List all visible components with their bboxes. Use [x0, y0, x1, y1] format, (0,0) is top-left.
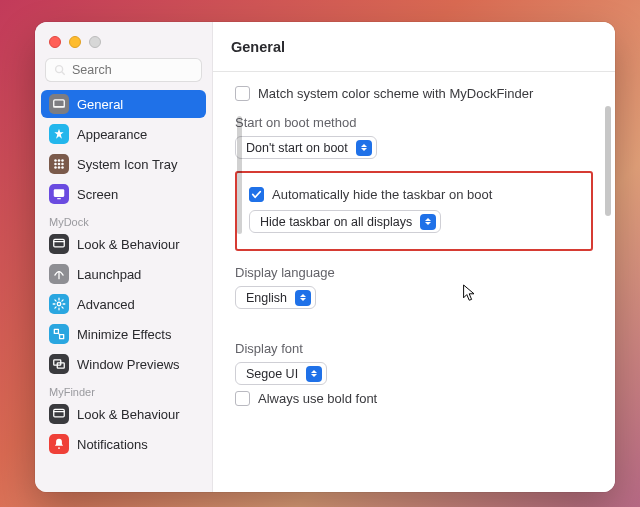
look-icon [49, 234, 69, 254]
main-pane: General Match system color scheme with M… [213, 22, 615, 492]
search-wrap [35, 58, 212, 90]
sidebar-item-label: General [77, 97, 123, 112]
sidebar-section-label: MyDock [41, 210, 206, 230]
tray-icon [49, 154, 69, 174]
svg-rect-2 [54, 100, 65, 107]
sidebar-item-general[interactable]: General [41, 90, 206, 118]
display-language-value: English [246, 291, 287, 305]
svg-point-18 [57, 302, 61, 306]
sidebar-item-label: Look & Behaviour [77, 237, 180, 252]
content-scrollbar[interactable] [605, 106, 611, 216]
display-font-heading: Display font [235, 341, 593, 356]
auto-hide-value: Hide taskbar on all displays [260, 215, 412, 229]
match-color-checkbox[interactable] [235, 86, 250, 101]
sidebar-nav: GeneralAppearanceSystem Icon TrayScreenM… [35, 90, 212, 492]
updown-icon [295, 290, 311, 306]
close-window-button[interactable] [49, 36, 61, 48]
auto-hide-checkbox[interactable] [249, 187, 264, 202]
match-color-label: Match system color scheme with MyDockFin… [258, 86, 533, 101]
display-font-select[interactable]: Segoe UI [235, 362, 327, 385]
svg-point-11 [58, 166, 61, 169]
sidebar-item-launchpad[interactable]: Launchpad [41, 260, 206, 288]
start-on-boot-select[interactable]: Don't start on boot [235, 136, 377, 159]
sidebar-item-label: Screen [77, 187, 118, 202]
sidebar-item-label: Launchpad [77, 267, 141, 282]
sidebar-item-label: Appearance [77, 127, 147, 142]
sidebar-item-look-behaviour[interactable]: Look & Behaviour [41, 400, 206, 428]
sidebar-item-screen[interactable]: Screen [41, 180, 206, 208]
sidebar-item-label: Minimize Effects [77, 327, 171, 342]
sidebar-section-label: MyFinder [41, 380, 206, 400]
screen-icon [49, 184, 69, 204]
svg-rect-20 [60, 335, 64, 339]
svg-point-10 [54, 166, 57, 169]
content-scroll[interactable]: Match system color scheme with MyDockFin… [213, 72, 615, 492]
svg-rect-15 [54, 239, 65, 247]
auto-hide-select[interactable]: Hide taskbar on all displays [249, 210, 441, 233]
svg-rect-13 [54, 189, 65, 197]
window-controls [35, 30, 212, 58]
svg-point-7 [54, 163, 57, 166]
preferences-window: GeneralAppearanceSystem Icon TrayScreenM… [35, 22, 615, 492]
updown-icon [420, 214, 436, 230]
sidebar-item-system-icon-tray[interactable]: System Icon Tray [41, 150, 206, 178]
page-title: General [213, 22, 615, 72]
sidebar-scrollbar[interactable] [237, 116, 242, 234]
match-color-row[interactable]: Match system color scheme with MyDockFin… [235, 86, 593, 101]
start-on-boot-heading: Start on boot method [235, 115, 593, 130]
svg-rect-19 [54, 329, 58, 333]
auto-hide-label: Automatically hide the taskbar on boot [272, 187, 492, 202]
svg-point-25 [58, 447, 60, 449]
sidebar-item-appearance[interactable]: Appearance [41, 120, 206, 148]
display-language-heading: Display language [235, 265, 593, 280]
start-on-boot-value: Don't start on boot [246, 141, 348, 155]
general-icon [49, 94, 69, 114]
advanced-icon [49, 294, 69, 314]
bold-font-label: Always use bold font [258, 391, 377, 406]
zoom-window-button[interactable] [89, 36, 101, 48]
svg-point-12 [61, 166, 64, 169]
bold-font-row[interactable]: Always use bold font [235, 391, 593, 406]
sidebar-item-advanced[interactable]: Advanced [41, 290, 206, 318]
bold-font-checkbox[interactable] [235, 391, 250, 406]
search-input[interactable] [45, 58, 202, 82]
sidebar-item-window-previews[interactable]: Window Previews [41, 350, 206, 378]
launchpad-icon [49, 264, 69, 284]
auto-hide-row[interactable]: Automatically hide the taskbar on boot [249, 187, 579, 202]
updown-icon [306, 366, 322, 382]
look-icon [49, 404, 69, 424]
display-language-select[interactable]: English [235, 286, 316, 309]
svg-point-6 [61, 159, 64, 162]
sidebar: GeneralAppearanceSystem Icon TrayScreenM… [35, 22, 213, 492]
notify-icon [49, 434, 69, 454]
sidebar-item-minimize-effects[interactable]: Minimize Effects [41, 320, 206, 348]
minimize-window-button[interactable] [69, 36, 81, 48]
appearance-icon [49, 124, 69, 144]
svg-point-5 [58, 159, 61, 162]
svg-rect-23 [54, 409, 65, 417]
sidebar-item-label: Look & Behaviour [77, 407, 180, 422]
svg-rect-14 [57, 198, 61, 199]
sidebar-item-label: Advanced [77, 297, 135, 312]
sidebar-item-look-behaviour[interactable]: Look & Behaviour [41, 230, 206, 258]
sidebar-item-label: System Icon Tray [77, 157, 177, 172]
svg-point-4 [54, 159, 57, 162]
sidebar-item-label: Window Previews [77, 357, 180, 372]
svg-point-9 [61, 163, 64, 166]
svg-point-8 [58, 163, 61, 166]
sidebar-item-label: Notifications [77, 437, 148, 452]
display-font-value: Segoe UI [246, 367, 298, 381]
minimize-icon [49, 324, 69, 344]
sidebar-item-notifications[interactable]: Notifications [41, 430, 206, 458]
highlighted-group: Automatically hide the taskbar on boot H… [235, 171, 593, 251]
previews-icon [49, 354, 69, 374]
updown-icon [356, 140, 372, 156]
